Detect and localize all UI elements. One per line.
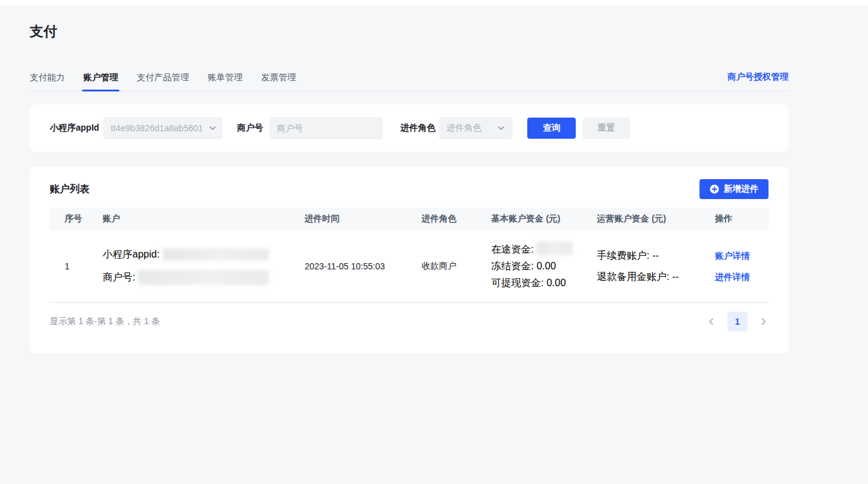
redacted-appid-value [163, 248, 269, 261]
refund-reserve-value: -- [672, 271, 679, 283]
table-row: 1 小程序appid: 商户号: [50, 230, 769, 302]
pagination-summary: 显示第 1 条-第 1 条，共 1 条 [50, 316, 160, 327]
cell-basic-funds: 在途资金: 冻结资金: 0.00 可提现资金: 0.00 [491, 230, 597, 302]
fee-account-value: -- [652, 249, 659, 262]
appid-select-value: tt4e9b3826d1a8ab5601 [111, 123, 203, 133]
merchant-id-label: 商户号 [237, 123, 263, 134]
account-list-title: 账户列表 [50, 183, 90, 196]
appid-select[interactable]: tt4e9b3826d1a8ab5601 [103, 117, 223, 139]
chevron-right-icon [759, 317, 768, 326]
merchant-authorization-link[interactable]: 商户号授权管理 [727, 72, 788, 83]
page-number-1[interactable]: 1 [727, 312, 747, 332]
header-operation-funds: 运营账户资金 (元) [597, 213, 715, 225]
withdrawable-funds-label: 可提现资金: [491, 277, 543, 289]
row-appid-label: 小程序appid: [103, 248, 160, 261]
fee-account-label: 手续费账户: [597, 249, 649, 262]
chevron-down-icon [209, 124, 216, 132]
account-list-card: 账户列表 新增进件 序号 账户 进件时间 进件角色 基本账户资金 (元) 运营账… [30, 167, 788, 353]
tab-bill-management[interactable]: 账单管理 [208, 72, 242, 91]
in-transit-funds-label: 在途资金: [491, 243, 533, 256]
cell-operation-funds: 手续费账户: -- 退款备用金账户: -- [597, 230, 715, 302]
frozen-funds-value: 0.00 [537, 260, 556, 272]
frozen-funds-label: 冻结资金: [491, 260, 533, 272]
header-onboarding-time: 进件时间 [305, 213, 422, 225]
role-select[interactable]: 进件角色 [439, 117, 512, 139]
previous-page-button[interactable] [706, 317, 716, 327]
add-onboarding-button[interactable]: 新增进件 [699, 179, 769, 199]
tab-account-management[interactable]: 账户管理 [83, 72, 118, 91]
tab-bar: 支付能力 账户管理 支付产品管理 账单管理 发票管理 商户号授权管理 [30, 72, 788, 91]
onboarding-detail-link[interactable]: 进件详情 [715, 271, 769, 283]
chevron-down-icon [497, 124, 505, 132]
cell-onboarding-time: 2023-11-05 10:55:03 [305, 230, 422, 302]
page-title: 支付 [30, 22, 788, 41]
header-account: 账户 [103, 213, 305, 225]
row-merchant-label: 商户号: [103, 271, 135, 284]
account-table: 序号 账户 进件时间 进件角色 基本账户资金 (元) 运营账户资金 (元) 操作… [50, 208, 769, 302]
tab-payment-product-management[interactable]: 支付产品管理 [137, 72, 189, 91]
header-actions: 操作 [715, 213, 769, 225]
filter-bar: 小程序appId tt4e9b3826d1a8ab5601 商户号 进件角色 进… [30, 105, 788, 152]
header-basic-funds: 基本账户资金 (元) [491, 213, 597, 225]
redacted-in-transit-value [537, 241, 573, 255]
refund-reserve-label: 退款备用金账户: [597, 271, 669, 283]
role-label: 进件角色 [400, 123, 435, 134]
cell-onboarding-role: 收款商户 [422, 230, 491, 302]
query-button[interactable]: 查询 [527, 118, 576, 139]
plus-circle-icon [709, 184, 719, 194]
account-detail-link[interactable]: 账户详情 [715, 249, 769, 262]
tab-payment-capability[interactable]: 支付能力 [30, 72, 65, 91]
cell-index: 1 [65, 230, 103, 302]
chevron-left-icon [707, 317, 716, 326]
merchant-id-input[interactable] [269, 117, 383, 139]
redacted-merchant-value [138, 270, 269, 285]
next-page-button[interactable] [759, 317, 769, 327]
top-white-strip [0, 0, 868, 5]
appid-label: 小程序appId [50, 123, 99, 134]
reset-button[interactable]: 重置 [583, 118, 630, 139]
list-footer: 显示第 1 条-第 1 条，共 1 条 1 [50, 302, 769, 340]
tab-invoice-management[interactable]: 发票管理 [261, 72, 296, 91]
pagination: 1 [706, 312, 769, 332]
add-onboarding-label: 新增进件 [724, 184, 759, 195]
role-select-placeholder: 进件角色 [446, 123, 481, 134]
header-onboarding-role: 进件角色 [422, 213, 491, 225]
header-index: 序号 [65, 213, 103, 225]
table-header-row: 序号 账户 进件时间 进件角色 基本账户资金 (元) 运营账户资金 (元) 操作 [50, 208, 769, 230]
cell-actions: 账户详情 进件详情 [715, 230, 769, 302]
payment-page: 支付 支付能力 账户管理 支付产品管理 账单管理 发票管理 商户号授权管理 小程… [0, 0, 868, 484]
withdrawable-funds-value: 0.00 [547, 277, 566, 289]
